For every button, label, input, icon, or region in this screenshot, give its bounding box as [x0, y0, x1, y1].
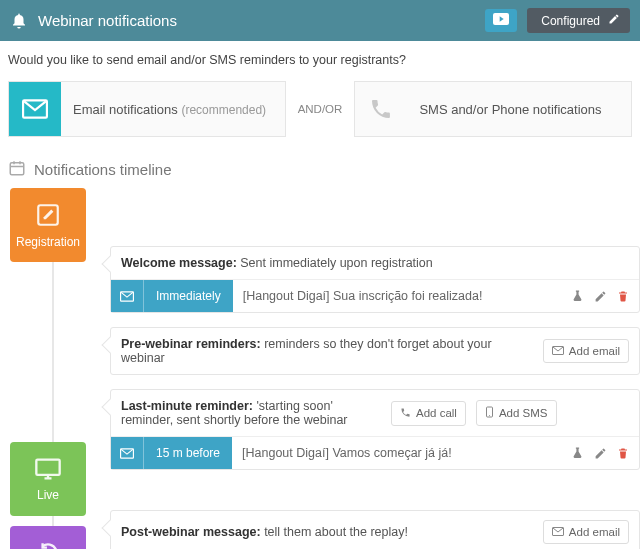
- replay-icon: [35, 540, 61, 550]
- last-timing: 15 m before: [143, 437, 232, 469]
- channel-email[interactable]: Email notifications (recommended): [8, 81, 286, 137]
- bell-icon: [10, 12, 28, 30]
- envelope-icon: [552, 345, 564, 357]
- stage-live[interactable]: Live: [10, 442, 86, 516]
- card-post-desc: tell them about the replay!: [264, 525, 408, 539]
- page-header: Webinar notifications Configured: [0, 0, 640, 41]
- card-last: Last-minute reminder: 'starting soon' re…: [110, 389, 640, 470]
- video-help-button[interactable]: [485, 9, 517, 32]
- svg-point-8: [489, 415, 490, 416]
- svg-rect-4: [36, 459, 59, 474]
- card-welcome-title: Welcome message:: [121, 256, 237, 270]
- flask-icon[interactable]: [571, 289, 584, 303]
- channel-email-label: Email notifications: [73, 102, 178, 117]
- add-sms-label: Add SMS: [499, 407, 548, 419]
- intro-text: Would you like to send email and/or SMS …: [0, 41, 640, 81]
- configured-button[interactable]: Configured: [527, 8, 630, 33]
- andor-label: AND/OR: [296, 103, 345, 115]
- pencil-icon: [608, 13, 620, 28]
- phone-icon: [400, 407, 411, 420]
- pencil-icon[interactable]: [594, 447, 607, 460]
- video-icon: [493, 13, 509, 28]
- page-title: Webinar notifications: [38, 12, 475, 29]
- last-subject: [Hangout Digaí] Vamos começar já já!: [232, 437, 561, 469]
- add-call-label: Add call: [416, 407, 457, 419]
- stage-registration-label: Registration: [16, 235, 80, 249]
- card-last-title: Last-minute reminder:: [121, 399, 253, 413]
- trash-icon[interactable]: [617, 289, 629, 303]
- timeline-title: Notifications timeline: [34, 161, 172, 178]
- card-welcome-desc: Sent immediately upon registration: [240, 256, 432, 270]
- add-email-label: Add email: [569, 526, 620, 538]
- trash-icon[interactable]: [617, 446, 629, 460]
- welcome-email-row[interactable]: Immediately [Hangout Digaí] Sua inscriçã…: [111, 279, 639, 312]
- add-email-label: Add email: [569, 345, 620, 357]
- compose-icon: [35, 202, 61, 231]
- add-sms-button[interactable]: Add SMS: [476, 400, 557, 426]
- stage-live-label: Live: [37, 488, 59, 502]
- envelope-icon: [111, 280, 143, 312]
- stage-registration[interactable]: Registration: [10, 188, 86, 262]
- phone-icon: [355, 82, 407, 136]
- channel-row: Email notifications (recommended) AND/OR…: [0, 81, 640, 137]
- svg-rect-2: [10, 163, 24, 175]
- last-email-row[interactable]: 15 m before [Hangout Digaí] Vamos começa…: [111, 436, 639, 469]
- envelope-icon: [9, 82, 61, 136]
- card-post-title: Post-webinar message:: [121, 525, 261, 539]
- card-pre: Pre-webinar reminders: reminders so they…: [110, 327, 640, 375]
- channel-email-rec: (recommended): [181, 103, 266, 117]
- mobile-icon: [485, 406, 494, 420]
- welcome-timing: Immediately: [143, 280, 233, 312]
- card-post: Post-webinar message: tell them about th…: [110, 510, 640, 549]
- pencil-icon[interactable]: [594, 290, 607, 303]
- timeline-heading: Notifications timeline: [0, 137, 640, 188]
- welcome-subject: [Hangout Digaí] Sua inscrição foi realiz…: [233, 280, 561, 312]
- flask-icon[interactable]: [571, 446, 584, 460]
- monitor-icon: [34, 457, 62, 484]
- card-welcome: Welcome message: Sent immediately upon r…: [110, 246, 640, 313]
- channel-sms-label: SMS and/or Phone notifications: [419, 102, 601, 117]
- configured-label: Configured: [541, 14, 600, 28]
- calendar-icon: [8, 159, 26, 180]
- stage-replay[interactable]: Replay: [10, 526, 86, 549]
- card-pre-title: Pre-webinar reminders:: [121, 337, 261, 351]
- add-email-button[interactable]: Add email: [543, 520, 629, 544]
- add-email-button[interactable]: Add email: [543, 339, 629, 363]
- channel-sms[interactable]: SMS and/or Phone notifications: [354, 81, 632, 137]
- envelope-icon: [552, 526, 564, 538]
- envelope-icon: [111, 437, 143, 469]
- add-call-button[interactable]: Add call: [391, 401, 466, 426]
